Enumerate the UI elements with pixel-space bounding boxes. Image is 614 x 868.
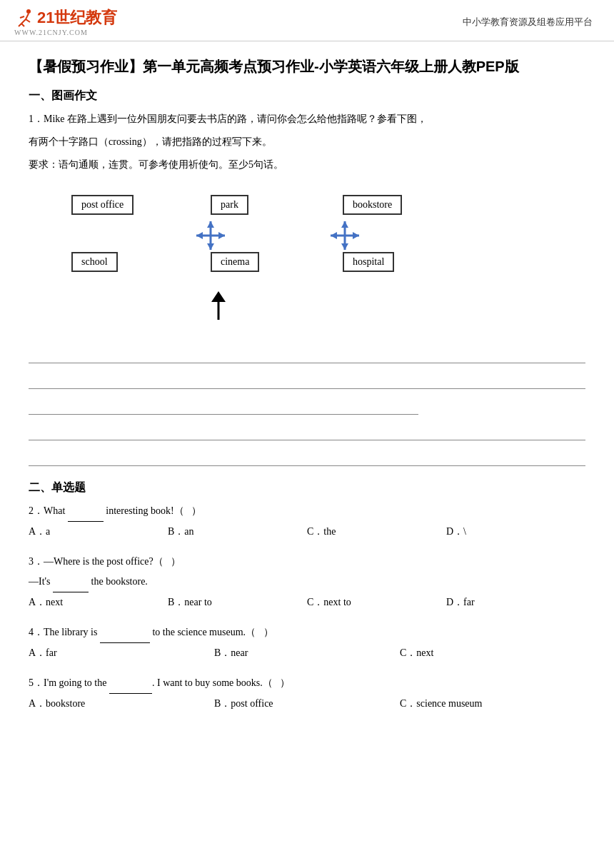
doc-title: 【暑假预习作业】第一单元高频考点预习作业-小学英语六年级上册人教PEP版: [29, 56, 585, 77]
write-line-2: [29, 366, 585, 389]
map-park: park: [211, 195, 248, 215]
section2-title: 二、单选题: [29, 480, 585, 495]
q3-text1: 3．—Where is the post office?（ ）: [29, 552, 585, 572]
q1-req: 要求：语句通顺，连贯。可参考使用祈使句。至少5句话。: [29, 155, 585, 175]
q2-optD: D．\: [446, 522, 585, 542]
writing-lines: [29, 340, 585, 466]
svg-line-3: [26, 19, 30, 22]
cross-arrow-right: [327, 218, 363, 253]
runner-icon: [14, 8, 34, 28]
q3-text2: —It's the bookstore.: [29, 572, 585, 592]
map-diagram: post office park bookstore school cinema…: [29, 188, 457, 330]
write-line-1: [29, 340, 585, 363]
q2-options: A．a B．an C．the D．\: [29, 522, 585, 542]
map-hospital: hospital: [343, 252, 394, 272]
q3-optA: A．next: [29, 592, 168, 612]
logo-brand: 21世纪教育: [14, 7, 117, 29]
q1-text2: 有两个十字路口（crossing），请把指路的过程写下来。: [29, 132, 585, 152]
question-3: 3．—Where is the post office?（ ） —It's th…: [29, 552, 585, 612]
q5-optA: A．bookstore: [29, 694, 214, 714]
write-line-5: [29, 443, 585, 466]
question-5: 5．I'm going to the . I want to buy some …: [29, 673, 585, 714]
question-4: 4．The library is to the science museum.（…: [29, 622, 585, 663]
svg-line-6: [21, 24, 24, 26]
svg-marker-18: [341, 243, 348, 250]
logo-site: WWW.21CNJY.COM: [14, 29, 88, 36]
write-line-3: [29, 392, 418, 415]
page-header: 21世纪教育 WWW.21CNJY.COM 中小学教育资源及组卷应用平台: [0, 0, 614, 41]
up-arrow: [204, 288, 233, 323]
q2-optA: A．a: [29, 522, 168, 542]
svg-line-4: [20, 16, 24, 18]
q5-optC: C．science museum: [400, 694, 585, 714]
q2-optC: C．the: [307, 522, 446, 542]
svg-marker-8: [196, 232, 203, 239]
q3-optB: B．near to: [168, 592, 307, 612]
q4-optB: B．near: [214, 643, 400, 663]
question-2: 2．What interesting book!（ ） A．a B．an C．t…: [29, 501, 585, 542]
section1-title: 一、图画作文: [29, 89, 585, 104]
svg-line-2: [21, 19, 26, 24]
q4-optA: A．far: [29, 643, 214, 663]
svg-marker-15: [353, 232, 359, 239]
q3-options: A．next B．near to C．next to D．far: [29, 592, 585, 612]
svg-point-0: [26, 9, 31, 14]
q4-text: 4．The library is to the science museum.（…: [29, 622, 585, 643]
map-cinema: cinema: [211, 252, 259, 272]
q4-options: A．far B．near C．next: [29, 643, 585, 663]
logo-area: 21世纪教育 WWW.21CNJY.COM: [14, 7, 117, 36]
svg-line-1: [26, 14, 29, 19]
q5-text: 5．I'm going to the . I want to buy some …: [29, 673, 585, 694]
q3-optC: C．next to: [307, 592, 446, 612]
svg-marker-9: [218, 232, 225, 239]
svg-marker-12: [207, 243, 214, 250]
main-content: 【暑假预习作业】第一单元高频考点预习作业-小学英语六年级上册人教PEP版 一、图…: [0, 41, 614, 745]
svg-marker-14: [331, 232, 337, 239]
map-bookstore: bookstore: [343, 195, 402, 215]
map-school: school: [71, 252, 118, 272]
write-line-4: [29, 418, 585, 440]
q5-options: A．bookstore B．post office C．science muse…: [29, 694, 585, 714]
svg-line-5: [19, 24, 21, 26]
svg-marker-20: [211, 291, 226, 302]
q1-text1: 1．Mike 在路上遇到一位外国朋友问要去书店的路，请问你会怎么给他指路呢？参看…: [29, 109, 585, 129]
q2-text: 2．What interesting book!（ ）: [29, 501, 585, 522]
header-platform-text: 中小学教育资源及组卷应用平台: [463, 16, 593, 29]
svg-marker-11: [207, 221, 214, 228]
q2-optB: B．an: [168, 522, 307, 542]
q5-optB: B．post office: [214, 694, 400, 714]
q3-optD: D．far: [446, 592, 585, 612]
map-post-office: post office: [71, 195, 134, 215]
logo-text: 21世纪教育: [37, 7, 117, 29]
q4-optC: C．next: [400, 643, 585, 663]
cross-arrow-left: [193, 218, 228, 253]
svg-marker-17: [341, 221, 348, 228]
